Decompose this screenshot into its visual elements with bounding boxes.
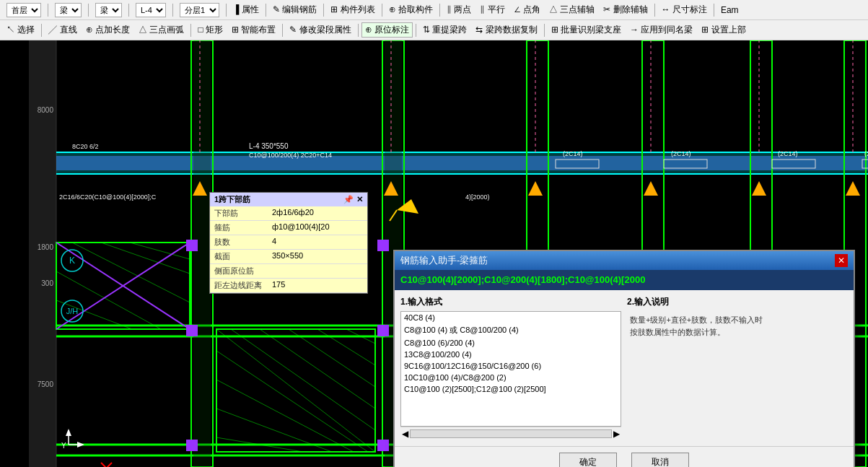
format-list[interactable]: 40C8 (4) C8@100 (4) 或 C8@100/200 (4) C8@… bbox=[400, 311, 621, 427]
label-stirrup: 箍筋 bbox=[210, 221, 268, 235]
sep3 bbox=[128, 4, 129, 17]
sep10 bbox=[654, 4, 655, 17]
canvas-area[interactable]: 8000 1800 300 7500 bbox=[0, 40, 868, 467]
label-bottom-rebar: 下部筋 bbox=[210, 206, 268, 221]
dialog-input-display: C10@100(4)[2000];C10@200(4)[1800];C10@10… bbox=[395, 270, 854, 290]
batch-identify-btn[interactable]: ⊞ 批量识别梁支座 bbox=[548, 22, 625, 38]
toolbar2: ↖ 选择 ╱ 直线 ⊕ 点加长度 △ 三点画弧 □ 矩形 ⊞ 智能布置 ✎ 修改… bbox=[0, 20, 868, 40]
dimension-btn[interactable]: ↔ 尺寸标注 bbox=[658, 2, 711, 17]
scrollbar-area: ◀ ▶ bbox=[400, 427, 621, 440]
svg-text:Y: Y bbox=[61, 442, 66, 450]
svg-rect-47 bbox=[186, 440, 198, 451]
component-list-btn[interactable]: ⊞ 构件列表 bbox=[327, 2, 378, 17]
type-select[interactable]: 梁柱 bbox=[51, 1, 85, 19]
value-bottom-rebar: 2ф16/6ф20 bbox=[268, 206, 367, 221]
sep9 bbox=[439, 4, 440, 17]
list-item[interactable]: 9C16@100/12C16@150/C16@200 (6) bbox=[401, 360, 621, 372]
svg-text:300: 300 bbox=[41, 279, 53, 287]
copy-data-btn[interactable]: ⇆ 梁跨数据复制 bbox=[472, 22, 540, 38]
svg-text:2C16/6C20(C10@100(4)[2000];C: 2C16/6C20(C10@100(4)[2000];C bbox=[59, 193, 157, 201]
table-row: 下部筋 2ф16/6ф20 bbox=[210, 206, 367, 221]
beam-dropdown[interactable]: 梁 bbox=[95, 3, 122, 17]
sep8 bbox=[382, 4, 382, 17]
list-item[interactable]: C10@100 (2)[2500];C12@100 (2)[2500] bbox=[401, 383, 621, 395]
two-point-btn[interactable]: ∥ 两点 bbox=[443, 2, 475, 17]
table-row: 截面 350×550 bbox=[210, 250, 367, 264]
value-side-rebar bbox=[268, 264, 367, 279]
line-btn[interactable]: ╱ 直线 bbox=[45, 22, 80, 38]
sep1 bbox=[48, 4, 48, 17]
sep7 bbox=[323, 4, 324, 17]
modify-segment-btn[interactable]: ✎ 修改梁段属性 bbox=[286, 22, 354, 38]
tooltip-close-btn[interactable]: ✕ bbox=[356, 195, 363, 204]
section2-title: 2.输入说明 bbox=[627, 296, 848, 308]
sep-b bbox=[190, 24, 191, 37]
svg-rect-48 bbox=[377, 440, 389, 451]
re-extract-btn[interactable]: ⇅ 重提梁跨 bbox=[419, 22, 470, 38]
list-item[interactable]: C8@100 (6)/200 (4) bbox=[401, 337, 621, 349]
list-item[interactable]: C8@100 (4) 或 C8@100/200 (4) bbox=[401, 323, 621, 337]
svg-text:1800: 1800 bbox=[38, 243, 54, 251]
dialog-titlebar: 钢筋输入助手-梁箍筋 ✕ bbox=[395, 251, 854, 270]
smart-layout-btn[interactable]: ⊞ 智能布置 bbox=[228, 22, 279, 38]
layer-select[interactable]: 分层1分层2 bbox=[176, 1, 223, 19]
scroll-left-btn[interactable]: ◀ bbox=[402, 429, 408, 439]
svg-rect-46 bbox=[377, 325, 389, 336]
steel-input-dialog: 钢筋输入助手-梁箍筋 ✕ C10@100(4)[2000];C10@200(4)… bbox=[393, 250, 855, 467]
member-select[interactable]: L-4L-1 bbox=[132, 1, 170, 19]
select-btn[interactable]: ↖ 选择 bbox=[3, 22, 38, 38]
svg-text:J/H: J/H bbox=[66, 307, 79, 315]
svg-text:7500: 7500 bbox=[38, 380, 54, 388]
value-stirrup: ф10@100(4)[20 bbox=[268, 221, 367, 235]
pick-component-btn[interactable]: ⊕ 拾取构件 bbox=[385, 2, 437, 17]
cancel-button[interactable]: 取消 bbox=[631, 453, 689, 467]
delete-axis-btn[interactable]: ✂ 删除辅轴 bbox=[600, 2, 651, 17]
member-dropdown[interactable]: L-4L-1 bbox=[136, 3, 166, 17]
svg-rect-10 bbox=[56, 156, 868, 170]
sep2 bbox=[88, 4, 89, 17]
svg-text:8C20 6/2: 8C20 6/2 bbox=[72, 143, 99, 150]
beam-select[interactable]: 梁 bbox=[92, 1, 126, 19]
type-dropdown[interactable]: 梁柱 bbox=[55, 3, 82, 17]
sep11 bbox=[714, 4, 714, 17]
svg-text:K: K bbox=[69, 256, 75, 266]
table-row: 箍筋 ф10@100(4)[20 bbox=[210, 221, 367, 235]
apply-same-btn[interactable]: → 应用到同名梁 bbox=[626, 22, 696, 38]
arc-btn[interactable]: △ 三点画弧 bbox=[135, 22, 188, 38]
floor-dropdown[interactable]: 首层二层 bbox=[6, 3, 41, 17]
beam-tooltip: 1跨下部筋 📌 ✕ 下部筋 2ф16/6ф20 箍筋 ф10@100(4)[20… bbox=[209, 192, 368, 294]
three-point-btn[interactable]: △ 三点辅轴 bbox=[545, 2, 598, 17]
description-text: 数量+级别+直径+肢数，肢数不输入时按肢数属性中的数据计算。 bbox=[627, 311, 848, 341]
sep6 bbox=[266, 4, 266, 17]
edit-rebar-btn[interactable]: ✎ 编辑钢筋 bbox=[269, 2, 320, 17]
rect-btn[interactable]: □ 矩形 bbox=[194, 22, 227, 38]
dialog-body: 1.输入格式 40C8 (4) C8@100 (4) 或 C8@100/200 … bbox=[395, 290, 854, 446]
parallel-btn[interactable]: ∥ 平行 bbox=[476, 2, 508, 17]
list-item[interactable]: 40C8 (4) bbox=[401, 312, 621, 323]
dialog-close-btn[interactable]: ✕ bbox=[835, 254, 848, 267]
scrollbar-track[interactable] bbox=[410, 429, 612, 438]
sep-a bbox=[41, 24, 42, 37]
tooltip-table: 下部筋 2ф16/6ф20 箍筋 ф10@100(4)[20 肢数 4 截面 3… bbox=[210, 206, 367, 293]
svg-rect-45 bbox=[377, 240, 389, 251]
layer-dropdown[interactable]: 分层1分层2 bbox=[180, 3, 219, 17]
angle-btn[interactable]: ∠ 点角 bbox=[510, 2, 544, 17]
set-top-btn[interactable]: ⊞ 设置上部 bbox=[698, 22, 749, 38]
scroll-right-btn[interactable]: ▶ bbox=[613, 429, 620, 439]
property-btn[interactable]: ▐ 属性 bbox=[229, 2, 263, 17]
left-section: 1.输入格式 40C8 (4) C8@100 (4) 或 C8@100/200 … bbox=[400, 296, 621, 440]
tooltip-pin-btn[interactable]: 📌 bbox=[343, 195, 354, 204]
confirm-button[interactable]: 确定 bbox=[559, 453, 617, 467]
list-item[interactable]: 13C8@100/200 (4) bbox=[401, 349, 621, 360]
original-mark-btn[interactable]: ⊕ 原位标注 bbox=[361, 22, 413, 38]
floor-select[interactable]: 首层二层 bbox=[3, 1, 45, 19]
list-item[interactable]: 10C10@100 (4)/C8@200 (2) bbox=[401, 372, 621, 383]
tooltip-title-text: 1跨下部筋 bbox=[214, 194, 250, 205]
svg-text:(2C14): (2C14) bbox=[778, 150, 798, 157]
dialog-title: 钢筋输入助手-梁箍筋 bbox=[400, 254, 488, 267]
value-distance: 175 bbox=[268, 279, 367, 293]
svg-rect-1 bbox=[29, 40, 56, 467]
add-length-btn[interactable]: ⊕ 点加长度 bbox=[82, 22, 133, 38]
table-row: 距左边线距离 175 bbox=[210, 279, 367, 293]
tooltip-title: 1跨下部筋 📌 ✕ bbox=[210, 193, 367, 206]
